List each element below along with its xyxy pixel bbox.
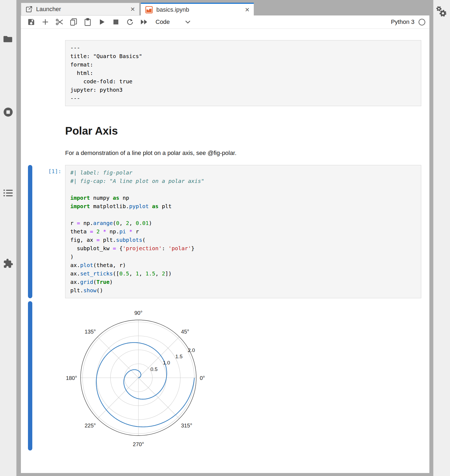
left-activity-bar (0, 0, 17, 476)
svg-text:90°: 90° (134, 310, 142, 316)
code-cell-collapser[interactable] (28, 165, 32, 298)
raw-code-line: --- (70, 94, 421, 103)
svg-text:0°: 0° (200, 375, 205, 381)
svg-text:1.5: 1.5 (175, 354, 182, 359)
code-cell: [1]: #| label: fig-polar#| fig-cap: "A l… (21, 165, 429, 298)
main-window: Launcher × basics.ipynb × (21, 3, 429, 473)
right-sidebar (433, 0, 450, 476)
svg-text:180°: 180° (66, 375, 77, 381)
launcher-icon (26, 6, 33, 13)
svg-text:45°: 45° (181, 329, 189, 335)
cut-button[interactable] (55, 18, 64, 26)
markdown-cell-prompt (32, 121, 65, 157)
code-line (70, 185, 421, 194)
tab-launcher-close-icon[interactable]: × (131, 5, 135, 13)
r-tick-labels: 0.51.01.52.0 (150, 347, 195, 372)
paste-button[interactable] (84, 18, 92, 26)
tab-notebook[interactable]: basics.ipynb × (141, 3, 254, 15)
polar-plot-output: 0°45°90°135°180°225°270°315°0.51.01.52.0 (66, 301, 214, 451)
code-line: plt.show() (70, 286, 421, 295)
code-line: r = np.arange(0, 2, 0.01) (70, 219, 421, 227)
section-heading: Polar Axis (65, 125, 421, 137)
code-line: #| label: fig-polar (70, 169, 421, 177)
tab-bar: Launcher × basics.ipynb × (21, 3, 429, 15)
svg-text:2.0: 2.0 (188, 347, 195, 353)
table-of-contents-icon[interactable] (2, 187, 14, 199)
tab-launcher-label: Launcher (36, 6, 131, 13)
raw-cell-collapser[interactable] (28, 40, 32, 106)
extension-manager-icon[interactable] (2, 258, 14, 269)
notebook-toolbar: Code Python 3 (21, 15, 429, 29)
fast-forward-button[interactable] (140, 18, 148, 26)
markdown-cell[interactable]: Polar Axis For a demonstration of a line… (21, 121, 429, 157)
run-button[interactable] (98, 18, 106, 26)
cell-type-dropdown[interactable]: Code (156, 18, 170, 26)
raw-code-line: html: (70, 69, 421, 77)
file-browser-icon[interactable] (2, 33, 14, 45)
notebook-panel[interactable]: ---title: "Quarto Basics"format: html: c… (21, 29, 429, 473)
raw-cell-editor[interactable]: ---title: "Quarto Basics"format: html: c… (65, 40, 421, 106)
jupyterlab-screenshot: Launcher × basics.ipynb × (0, 0, 450, 476)
save-button[interactable] (27, 18, 35, 26)
kernel-status-icon[interactable] (418, 18, 426, 26)
copy-button[interactable] (69, 18, 78, 26)
raw-code-line: --- (70, 44, 421, 52)
property-inspector-icon[interactable] (435, 5, 448, 19)
notebook-icon (145, 6, 153, 14)
stop-button[interactable] (112, 18, 120, 26)
code-line (70, 211, 421, 219)
code-line: import matplotlib.pyplot as plt (70, 202, 421, 211)
running-kernels-icon[interactable] (2, 106, 14, 118)
code-line: ax.set_rticks([0.5, 1, 1.5, 2]) (70, 269, 421, 278)
code-cell-prompt: [1]: (32, 165, 65, 298)
code-line: theta = 2 * np.pi * r (70, 227, 421, 236)
raw-cell: ---title: "Quarto Basics"format: html: c… (21, 40, 429, 106)
markdown-cell-collapser[interactable] (28, 121, 32, 157)
code-line: import numpy as np (70, 194, 421, 202)
tab-notebook-label: basics.ipynb (156, 6, 245, 13)
tab-notebook-close-icon[interactable]: × (245, 6, 249, 14)
raw-code-line: code-fold: true (70, 77, 421, 86)
svg-text:0.5: 0.5 (150, 366, 157, 372)
svg-text:315°: 315° (181, 423, 192, 429)
kernel-name[interactable]: Python 3 (391, 18, 414, 26)
raw-code-line: format: (70, 61, 421, 69)
raw-cell-prompt (32, 40, 65, 106)
svg-text:225°: 225° (85, 423, 96, 429)
raw-code-line: jupyter: python3 (70, 86, 421, 94)
svg-text:135°: 135° (85, 329, 96, 335)
raw-code-line: title: "Quarto Basics" (70, 52, 421, 61)
code-line: #| fig-cap: "A line plot on a polar axis… (70, 177, 421, 185)
svg-text:1.0: 1.0 (163, 360, 170, 366)
output-cell-prompt (32, 301, 65, 451)
svg-text:270°: 270° (133, 441, 144, 447)
output-cell[interactable]: 0°45°90°135°180°225°270°315°0.51.01.52.0 (21, 301, 429, 451)
restart-kernel-button[interactable] (126, 18, 134, 26)
code-line: subplot_kw = {'projection': 'polar'} (70, 244, 421, 253)
output-cell-collapser[interactable] (28, 301, 32, 450)
chevron-down-icon[interactable] (185, 20, 191, 24)
code-line: fig, ax = plt.subplots( (70, 236, 421, 244)
code-cell-editor[interactable]: #| label: fig-polar#| fig-cap: "A line p… (65, 165, 421, 298)
code-line: ax.plot(theta, r) (70, 261, 421, 269)
code-line: ) (70, 253, 421, 261)
add-cell-button[interactable] (41, 18, 49, 26)
markdown-paragraph: For a demonstration of a line plot on a … (65, 150, 421, 157)
code-line: ax.grid(True) (70, 278, 421, 286)
tab-launcher[interactable]: Launcher × (21, 3, 140, 15)
